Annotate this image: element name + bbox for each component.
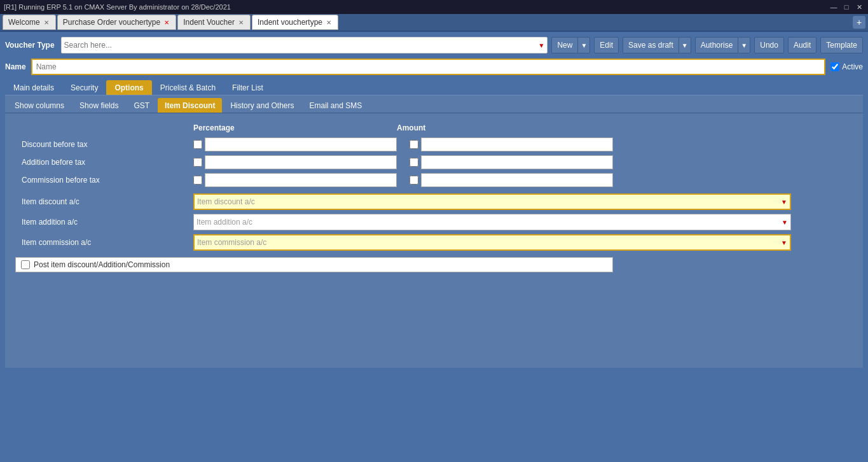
authorise-dropdown-arrow[interactable]: ▼ [738, 37, 750, 53]
toolbar: Voucher Type ▼ New ▼ Edit Save as draft … [5, 37, 863, 53]
new-dropdown-arrow[interactable]: ▼ [577, 37, 590, 53]
minimize-button[interactable]: — [829, 2, 839, 12]
discount-amount-checkbox[interactable] [410, 140, 418, 149]
item-addition-ac-arrow[interactable]: ▼ [782, 219, 788, 226]
save-draft-dropdown-arrow[interactable]: ▼ [679, 37, 691, 53]
row-addition-before-tax: Addition before tax [15, 155, 853, 169]
name-row: Name Active [5, 59, 863, 75]
discount-amount-input[interactable] [421, 137, 613, 151]
commission-amount-input[interactable] [421, 173, 613, 187]
maximize-button[interactable]: □ [841, 2, 851, 12]
addition-amount-group [410, 155, 613, 169]
item-addition-ac-label: Item addition a/c [15, 218, 193, 227]
sub-tab-show-columns[interactable]: Show columns [8, 98, 71, 113]
tab-close-indent-vtype[interactable]: ✕ [325, 18, 333, 26]
item-commission-ac-value: Item commission a/c [197, 238, 781, 247]
save-as-draft-button[interactable]: Save as draft [623, 37, 679, 53]
add-tab-button[interactable]: + [853, 16, 865, 29]
discount-percentage-group [193, 137, 397, 151]
commission-percentage-checkbox[interactable] [193, 176, 202, 185]
sub-tab-email-sms[interactable]: Email and SMS [302, 98, 369, 113]
discount-before-tax-label: Discount before tax [15, 140, 193, 149]
header-amount: Amount [397, 123, 600, 132]
discount-amount-group [410, 137, 613, 151]
edit-button[interactable]: Edit [594, 37, 619, 53]
tab-purchase-order[interactable]: Purchase Order vouchertype ✕ [57, 15, 176, 30]
name-label: Name [5, 62, 26, 71]
search-dropdown-arrow[interactable]: ▼ [539, 42, 545, 49]
window-controls: — □ ✕ [829, 2, 864, 12]
sub-tab-gst[interactable]: GST [127, 98, 156, 113]
item-commission-ac-dropdown[interactable]: Item commission a/c ▼ [193, 234, 791, 251]
search-container: ▼ [61, 37, 548, 53]
item-discount-ac-label: Item discount a/c [15, 197, 193, 206]
voucher-type-label: Voucher Type [5, 41, 55, 50]
row-item-addition-ac: Item addition a/c Item addition a/c ▼ [15, 214, 853, 230]
row-item-commission-ac: Item commission a/c Item commission a/c … [15, 234, 853, 251]
item-discount-ac-dropdown[interactable]: Item discount a/c ▼ [193, 193, 791, 210]
commission-amount-group [410, 173, 613, 187]
search-input[interactable] [64, 41, 539, 50]
item-addition-ac-dropdown[interactable]: Item addition a/c ▼ [193, 214, 791, 230]
discount-percentage-checkbox[interactable] [193, 140, 202, 149]
sub-tabs: Show columns Show fields GST Item Discou… [5, 95, 863, 113]
nav-tab-pricelist[interactable]: Pricelist & Batch [152, 80, 224, 95]
item-commission-ac-label: Item commission a/c [15, 238, 193, 247]
addition-amount-input[interactable] [421, 155, 613, 169]
nav-tab-main-details[interactable]: Main details [5, 80, 62, 95]
new-button-group: New ▼ [551, 37, 590, 53]
tab-indent-voucher[interactable]: Indent Voucher ✕ [177, 15, 251, 30]
post-label: Post item discount/Addition/Commission [34, 260, 170, 269]
post-checkbox-container: Post item discount/Addition/Commission [15, 257, 613, 272]
header-percentage: Percentage [193, 123, 397, 132]
post-row: Post item discount/Addition/Commission [15, 257, 853, 272]
save-draft-button-group: Save as draft ▼ [623, 37, 691, 53]
tab-indent-vouchertype[interactable]: Indent vouchertype ✕ [252, 15, 338, 30]
tab-close-indent[interactable]: ✕ [237, 18, 245, 26]
tab-bar: Welcome ✕ Purchase Order vouchertype ✕ I… [0, 14, 868, 32]
addition-amount-checkbox[interactable] [410, 158, 418, 167]
item-commission-ac-arrow[interactable]: ▼ [781, 239, 787, 246]
sub-tab-item-discount[interactable]: Item Discount [158, 98, 222, 113]
commission-amount-checkbox[interactable] [410, 176, 418, 185]
row-item-discount-ac: Item discount a/c Item discount a/c ▼ [15, 193, 853, 210]
row-commission-before-tax: Commission before tax [15, 173, 853, 187]
grid-headers: Percentage Amount [15, 123, 853, 132]
active-checkbox[interactable] [830, 62, 839, 71]
close-button[interactable]: ✕ [854, 2, 864, 12]
authorise-button[interactable]: Authorise [695, 37, 738, 53]
new-button[interactable]: New [551, 37, 577, 53]
authorise-button-group: Authorise ▼ [695, 37, 751, 53]
title-bar: [R1] Running ERP 5.1 on CMAX Server By a… [0, 0, 868, 14]
post-checkbox[interactable] [21, 260, 30, 269]
nav-tab-options[interactable]: Options [106, 80, 151, 95]
addition-percentage-input[interactable] [205, 155, 397, 169]
undo-button[interactable]: Undo [754, 37, 784, 53]
sub-tab-show-fields[interactable]: Show fields [72, 98, 125, 113]
tab-welcome[interactable]: Welcome ✕ [3, 15, 56, 30]
audit-button[interactable]: Audit [788, 37, 816, 53]
tab-close-welcome[interactable]: ✕ [43, 18, 50, 26]
nav-tabs: Main details Security Options Pricelist … [5, 80, 863, 95]
main-content: Voucher Type ▼ New ▼ Edit Save as draft … [0, 32, 868, 373]
content-panel: Percentage Amount Discount before tax Ad… [5, 113, 863, 368]
commission-percentage-input[interactable] [205, 173, 397, 187]
addition-before-tax-label: Addition before tax [15, 158, 193, 167]
item-discount-ac-arrow[interactable]: ▼ [781, 199, 787, 206]
active-checkbox-container: Active [830, 62, 863, 71]
row-discount-before-tax: Discount before tax [15, 137, 853, 151]
addition-percentage-checkbox[interactable] [193, 158, 202, 167]
commission-before-tax-label: Commission before tax [15, 176, 193, 185]
item-addition-ac-value: Item addition a/c [196, 218, 782, 227]
sub-tab-history[interactable]: History and Others [223, 98, 301, 113]
item-discount-ac-value: Item discount a/c [197, 197, 781, 206]
title-text: [R1] Running ERP 5.1 on CMAX Server By a… [4, 3, 231, 11]
active-label: Active [842, 62, 863, 71]
nav-tab-filter-list[interactable]: Filter List [224, 80, 272, 95]
addition-percentage-group [193, 155, 397, 169]
discount-percentage-input[interactable] [205, 137, 397, 151]
template-button[interactable]: Template [820, 37, 863, 53]
name-input[interactable] [31, 59, 826, 75]
nav-tab-security[interactable]: Security [62, 80, 106, 95]
tab-close-purchase[interactable]: ✕ [163, 18, 170, 26]
